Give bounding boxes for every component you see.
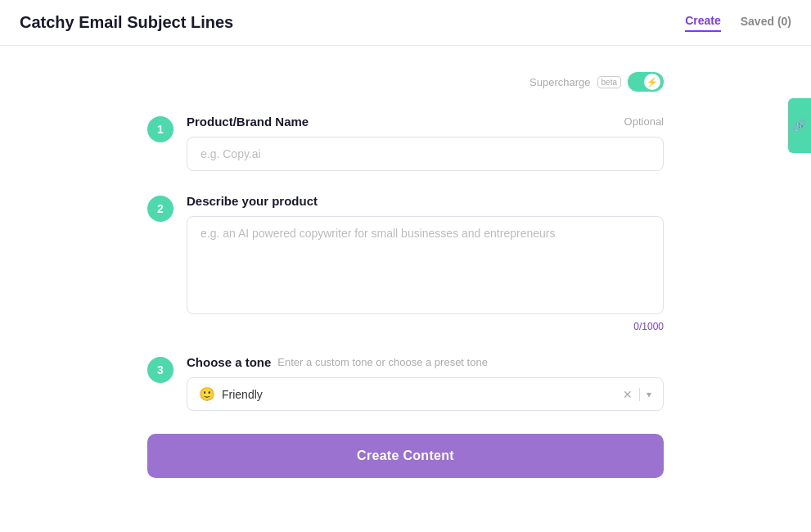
step-1-header: Product/Brand Name Optional: [187, 115, 664, 128]
step-number-3: 3: [147, 357, 173, 383]
step-3: 3 Choose a tone Enter a custom tone or c…: [147, 355, 664, 411]
create-content-button[interactable]: Create Content: [147, 434, 664, 478]
step-1-content: Product/Brand Name Optional: [187, 115, 664, 171]
step-3-title: Choose a tone: [187, 355, 271, 369]
step-2-content: Describe your product 0/1000: [187, 194, 664, 332]
supercharge-toggle[interactable]: [628, 72, 664, 92]
header: Catchy Email Subject Lines Create Saved …: [0, 0, 811, 46]
step-3-header: Choose a tone Enter a custom tone or cho…: [187, 355, 664, 369]
product-name-input[interactable]: [187, 137, 664, 171]
close-tab[interactable]: 🔗 Close: [788, 98, 811, 153]
beta-badge: beta: [597, 76, 621, 88]
tone-emoji: 🙂: [199, 386, 215, 402]
step-1-title: Product/Brand Name: [187, 115, 309, 128]
supercharge-label: Supercharge: [529, 76, 590, 88]
tone-divider: [639, 388, 640, 401]
close-tab-label: Close: [778, 111, 788, 140]
char-count: 0/1000: [187, 321, 664, 332]
step-2-header: Describe your product: [187, 194, 664, 208]
close-tab-icon: 🔗: [793, 119, 806, 133]
step-number-1: 1: [147, 116, 173, 142]
supercharge-row: Supercharge beta: [147, 72, 664, 92]
tone-select[interactable]: 🙂 Friendly ✕ ▾: [187, 377, 664, 411]
step-3-content: Choose a tone Enter a custom tone or cho…: [187, 355, 664, 411]
tone-actions: ✕ ▾: [623, 388, 651, 401]
tone-chevron-icon[interactable]: ▾: [647, 389, 651, 400]
nav-create[interactable]: Create: [685, 14, 721, 32]
main-content: Supercharge beta 1 Product/Brand Name Op…: [0, 46, 811, 411]
step-2: 2 Describe your product 0/1000: [147, 194, 664, 332]
step-number-2: 2: [147, 196, 173, 222]
toggle-icon: [644, 74, 660, 90]
step-1: 1 Product/Brand Name Optional: [147, 115, 664, 171]
create-btn-container: Create Content: [0, 434, 811, 478]
header-nav: Create Saved (0): [685, 14, 791, 32]
step-1-optional: Optional: [624, 115, 664, 128]
nav-saved[interactable]: Saved (0): [741, 15, 791, 31]
step-3-subtitle: Enter a custom tone or choose a preset t…: [277, 356, 488, 368]
step-2-title: Describe your product: [187, 194, 318, 208]
tone-clear-icon[interactable]: ✕: [623, 388, 633, 401]
step-3-title-row: Choose a tone Enter a custom tone or cho…: [187, 355, 488, 369]
page-title: Catchy Email Subject Lines: [20, 13, 233, 32]
product-description-textarea[interactable]: [187, 216, 664, 314]
tone-value: Friendly: [222, 388, 616, 401]
